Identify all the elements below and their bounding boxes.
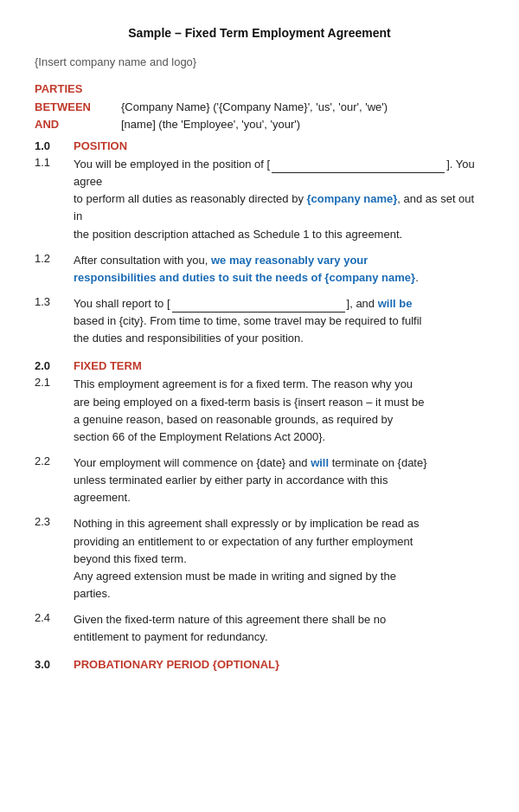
blank-position: [272, 172, 445, 173]
clause-2-1-text: This employment agreement is for a fixed…: [74, 376, 484, 446]
clause-2-2: 2.2 Your employment will commence on {da…: [35, 454, 484, 506]
clause-1-2-text: After consultation with you, we may reas…: [74, 252, 484, 287]
clause-1-1-num: 1.1: [35, 156, 74, 169]
clause-2-2-will: will: [311, 456, 329, 469]
between-row: BETWEEN {Company Name} ('{Company Name}'…: [35, 100, 484, 113]
clause-1-2-num: 1.2: [35, 252, 74, 265]
clause-1-1-text: You will be employed in the position of …: [74, 156, 484, 243]
between-value: {Company Name} ('{Company Name}', 'us', …: [121, 100, 388, 113]
clause-1-3: 1.3 You shall report to [], and will be …: [35, 295, 484, 347]
section-2-header: 2.0 FIXED TERM: [35, 359, 484, 372]
clause-2-4: 2.4 Given the fixed-term nature of this …: [35, 611, 484, 646]
section-1-num: 1.0: [35, 139, 74, 152]
document-title: Sample – Fixed Term Employment Agreement: [35, 26, 484, 40]
and-label: AND: [35, 118, 95, 131]
clause-1-3-num: 1.3: [35, 295, 74, 308]
blank-report-to: [172, 312, 345, 313]
clause-1-3-will-be: will be: [378, 297, 413, 310]
section-3-num: 3.0: [35, 658, 74, 671]
clause-1-3-text: You shall report to [], and will be base…: [74, 295, 484, 347]
clause-2-4-text: Given the fixed-term nature of this agre…: [74, 611, 484, 646]
company-name-ref-1: {company name}: [307, 192, 398, 205]
section-1: 1.0 POSITION 1.1 You will be employed in…: [35, 139, 484, 347]
parties-header: PARTIES: [35, 82, 484, 95]
clause-1-1: 1.1 You will be employed in the position…: [35, 156, 484, 243]
section-3-header: 3.0 PROBATIONARY PERIOD {OPTIONAL}: [35, 658, 484, 671]
parties-block: BETWEEN {Company Name} ('{Company Name}'…: [35, 100, 484, 131]
insert-company-placeholder: {Insert company name and logo}: [35, 55, 484, 68]
clause-2-2-num: 2.2: [35, 454, 74, 467]
section-2-num: 2.0: [35, 359, 74, 372]
clause-2-1: 2.1 This employment agreement is for a f…: [35, 376, 484, 446]
clause-2-3-text: Nothing in this agreement shall expressl…: [74, 515, 484, 603]
document-container: Sample – Fixed Term Employment Agreement…: [35, 26, 484, 671]
clause-2-1-num: 2.1: [35, 376, 74, 389]
section-3-label: PROBATIONARY PERIOD {OPTIONAL}: [74, 658, 279, 671]
clause-2-4-num: 2.4: [35, 611, 74, 624]
section-3: 3.0 PROBATIONARY PERIOD {OPTIONAL}: [35, 658, 484, 671]
and-value: [name] (the 'Employee', 'you', 'your'): [121, 118, 300, 131]
clause-2-2-text: Your employment will commence on {date} …: [74, 454, 484, 506]
clause-1-2: 1.2 After consultation with you, we may …: [35, 252, 484, 287]
section-2: 2.0 FIXED TERM 2.1 This employment agree…: [35, 359, 484, 646]
clause-2-3: 2.3 Nothing in this agreement shall expr…: [35, 515, 484, 603]
clause-2-3-num: 2.3: [35, 515, 74, 528]
section-2-label: FIXED TERM: [74, 359, 142, 372]
clause-1-2-blue-1: we may reasonably vary your responsibili…: [74, 254, 415, 284]
section-1-label: POSITION: [74, 139, 127, 152]
section-1-header: 1.0 POSITION: [35, 139, 484, 152]
between-label: BETWEEN: [35, 100, 95, 113]
and-row: AND [name] (the 'Employee', 'you', 'your…: [35, 118, 484, 131]
